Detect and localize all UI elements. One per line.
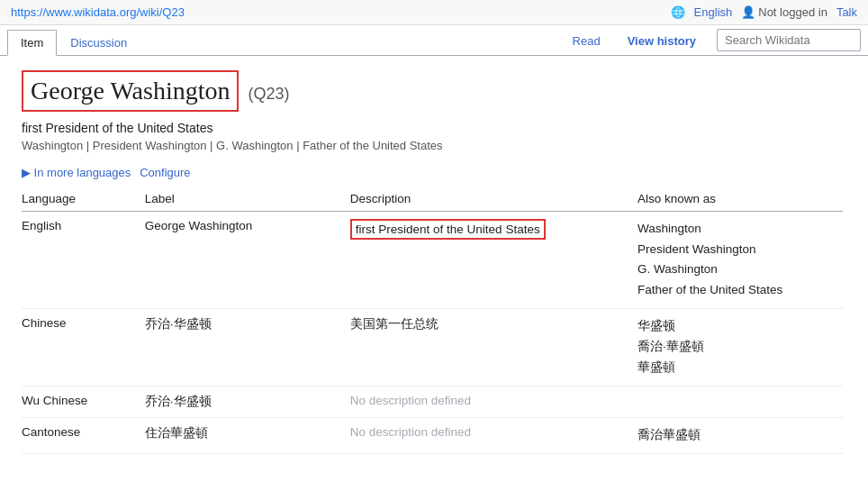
cell-label: 乔治·华盛顿 xyxy=(145,387,350,418)
cell-label: 乔治·华盛顿 xyxy=(145,309,350,387)
cell-language: Chinese xyxy=(22,309,145,387)
cell-label: 住治華盛頓 xyxy=(145,418,350,454)
cell-language: English xyxy=(22,211,145,309)
not-logged-in-text: 👤Not logged in xyxy=(741,5,827,19)
cell-description: 美国第一任总统 xyxy=(350,309,637,387)
cell-aliases: 华盛顿 喬治·華盛頓 華盛頓 xyxy=(637,309,843,387)
language-icon: 🌐 xyxy=(671,5,685,19)
col-header-also-known-as: Also known as xyxy=(637,186,843,212)
table-row: Cantonese住治華盛頓No description defined喬治華盛… xyxy=(22,418,843,454)
talk-link[interactable]: Talk xyxy=(836,5,857,19)
search-input[interactable] xyxy=(717,29,861,51)
more-languages-toggle[interactable]: ▶ In more languages xyxy=(22,166,131,179)
tab-view-history[interactable]: View history xyxy=(614,28,710,54)
tab-read[interactable]: Read xyxy=(559,28,614,54)
cell-description: first President of the United States xyxy=(350,211,637,309)
cell-label: George Washington xyxy=(145,211,350,309)
short-description: first President of the United States xyxy=(22,121,843,135)
tab-discussion[interactable]: Discussion xyxy=(57,30,140,56)
col-header-description: Description xyxy=(350,186,637,212)
language-label[interactable]: English xyxy=(694,5,733,19)
col-header-label: Label xyxy=(145,186,350,212)
languages-table: Language Label Description Also known as… xyxy=(22,186,843,455)
col-header-language: Language xyxy=(22,186,145,212)
url-link[interactable]: https://www.wikidata.org/wiki/Q23 xyxy=(11,5,185,19)
cell-aliases: Washington President Washington G. Washi… xyxy=(637,211,843,309)
cell-aliases xyxy=(637,387,843,418)
page-title: George Washington xyxy=(22,70,239,112)
configure-link[interactable]: Configure xyxy=(140,166,190,179)
page-qid: (Q23) xyxy=(248,85,289,104)
table-row: Wu Chinese乔治·华盛顿No description defined xyxy=(22,387,843,418)
cell-aliases: 喬治華盛頓 xyxy=(637,418,843,454)
table-row: EnglishGeorge Washingtonfirst President … xyxy=(22,211,843,309)
cell-description: No description defined xyxy=(350,387,637,418)
tab-item[interactable]: Item xyxy=(7,30,57,56)
table-row: Chinese乔治·华盛顿美国第一任总统华盛顿 喬治·華盛頓 華盛頓 xyxy=(22,309,843,387)
cell-language: Wu Chinese xyxy=(22,387,145,418)
cell-language: Cantonese xyxy=(22,418,145,454)
aliases-text: Washington | President Washington | G. W… xyxy=(22,139,843,152)
cell-description: No description defined xyxy=(350,418,637,454)
